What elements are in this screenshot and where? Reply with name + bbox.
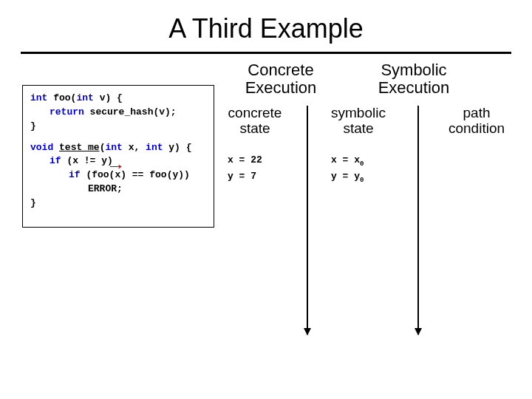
symbolic-execution-header: Symbolic Execution xyxy=(366,61,462,97)
concrete-x: x = 22 xyxy=(228,154,262,166)
code-line-7: ERROR; xyxy=(30,183,206,197)
path-condition-header: path condition xyxy=(443,106,510,137)
divider-arrow-2 xyxy=(417,106,419,335)
code-line-8: } xyxy=(30,197,206,211)
pointer-arrow-icon: → xyxy=(106,157,126,176)
divider-arrow-1 xyxy=(307,106,308,335)
code-line-3: } xyxy=(30,120,206,134)
code-line-2: return secure_hash(v); xyxy=(30,106,206,120)
concrete-state-header: concrete state xyxy=(222,106,288,137)
symbolic-x: x = x0 xyxy=(331,154,364,168)
code-line-1: int foo(int v) { xyxy=(30,92,206,106)
concrete-execution-header: Concrete Execution xyxy=(233,61,329,97)
symbolic-y: y = y0 xyxy=(331,171,364,184)
code-line-4: void test_me(int x, int y) { xyxy=(30,141,206,155)
slide-title: A Third Example xyxy=(0,0,532,44)
concrete-y: y = 7 xyxy=(228,171,256,182)
symbolic-state-header: symbolic state xyxy=(325,106,392,137)
slide-content: int foo(int v) { return secure_hash(v); … xyxy=(0,54,532,386)
